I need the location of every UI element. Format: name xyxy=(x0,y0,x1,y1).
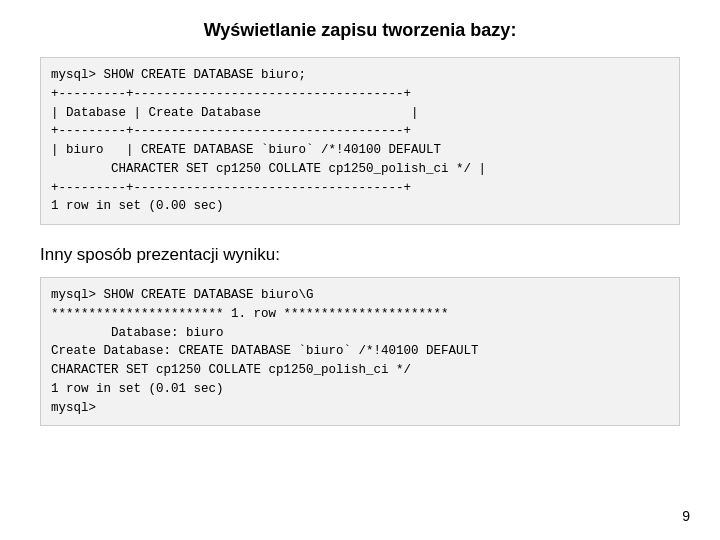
code-block-2: mysql> SHOW CREATE DATABASE biuro\G ****… xyxy=(40,277,680,426)
page-title: Wyświetlanie zapisu tworzenia bazy: xyxy=(204,20,517,41)
page-number: 9 xyxy=(682,508,690,524)
section-label: Inny sposób prezentacji wyniku: xyxy=(40,245,280,265)
code-block-2-text: mysql> SHOW CREATE DATABASE biuro\G ****… xyxy=(51,288,479,415)
code-block-1: mysql> SHOW CREATE DATABASE biuro; +----… xyxy=(40,57,680,225)
code-block-1-text: mysql> SHOW CREATE DATABASE biuro; +----… xyxy=(51,68,486,213)
